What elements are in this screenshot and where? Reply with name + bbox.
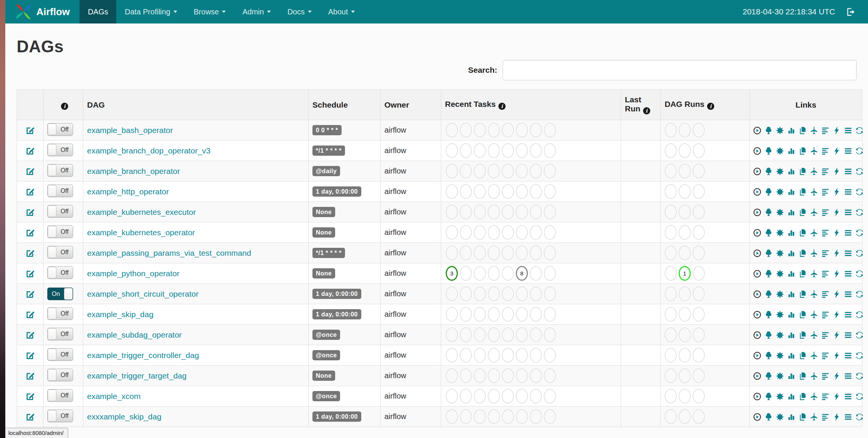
nav-item-admin[interactable]: Admin (234, 0, 279, 23)
task-state-circle[interactable] (544, 266, 556, 281)
dag-link[interactable]: example_kubernetes_operator (87, 228, 195, 237)
task-state-circle[interactable] (544, 123, 556, 138)
logs-icon[interactable] (844, 290, 852, 299)
dag-run-state-circle[interactable] (679, 123, 691, 138)
logs-icon[interactable] (844, 126, 852, 135)
gantt-icon[interactable] (821, 392, 830, 401)
dag-pause-toggle[interactable]: Off (47, 389, 73, 402)
task-tries-icon[interactable] (798, 290, 807, 299)
code-view-icon[interactable] (832, 331, 841, 339)
task-duration-icon[interactable] (787, 188, 796, 196)
landing-times-icon[interactable] (810, 290, 818, 299)
refresh-icon[interactable] (855, 351, 864, 360)
dag-run-state-circle[interactable] (679, 184, 691, 199)
task-state-circle[interactable] (460, 225, 472, 240)
graph-view-icon[interactable] (776, 290, 784, 299)
task-state-circle[interactable] (544, 389, 556, 404)
logs-icon[interactable] (844, 269, 852, 278)
task-tries-icon[interactable] (798, 392, 807, 401)
edit-dag-icon[interactable] (25, 248, 35, 258)
task-state-circle[interactable] (544, 286, 556, 301)
landing-times-icon[interactable] (810, 249, 818, 258)
trigger-dag-icon[interactable] (753, 269, 762, 278)
trigger-dag-icon[interactable] (753, 392, 762, 401)
task-state-circle[interactable] (530, 368, 542, 383)
task-state-circle[interactable] (502, 205, 514, 219)
landing-times-icon[interactable] (810, 413, 818, 421)
gantt-icon[interactable] (821, 167, 830, 176)
refresh-icon[interactable] (855, 126, 864, 135)
trigger-dag-icon[interactable] (753, 188, 762, 196)
task-tries-icon[interactable] (798, 372, 807, 380)
task-duration-icon[interactable] (787, 208, 796, 217)
task-duration-icon[interactable] (787, 167, 796, 176)
refresh-icon[interactable] (855, 167, 864, 176)
logs-icon[interactable] (844, 392, 852, 401)
task-state-circle[interactable] (516, 246, 528, 260)
task-state-circle[interactable] (488, 184, 500, 199)
landing-times-icon[interactable] (810, 310, 818, 319)
task-state-circle[interactable] (516, 164, 528, 178)
task-state-circle[interactable] (502, 143, 514, 158)
dag-pause-toggle[interactable]: Off (47, 164, 73, 177)
landing-times-icon[interactable] (810, 167, 818, 176)
dag-run-state-circle[interactable] (679, 246, 691, 260)
dag-run-state-circle[interactable] (679, 225, 691, 240)
task-tries-icon[interactable] (798, 208, 807, 217)
task-state-circle[interactable] (460, 266, 472, 281)
task-state-circle[interactable] (516, 143, 528, 158)
dag-run-state-circle[interactable] (665, 409, 677, 424)
dag-run-state-circle[interactable] (665, 327, 677, 342)
gantt-icon[interactable] (821, 413, 830, 421)
landing-times-icon[interactable] (810, 208, 818, 217)
refresh-icon[interactable] (855, 188, 864, 196)
code-view-icon[interactable] (832, 167, 841, 176)
dag-link[interactable]: example_bash_operator (87, 126, 173, 135)
graph-view-icon[interactable] (776, 126, 784, 135)
task-state-circle[interactable] (446, 409, 458, 424)
schedule-badge[interactable]: None (312, 268, 335, 278)
task-state-circle[interactable] (530, 123, 542, 138)
tree-view-icon[interactable] (764, 269, 773, 278)
dag-run-state-circle[interactable] (665, 184, 677, 199)
task-state-circle[interactable] (446, 307, 458, 322)
edit-dag-icon[interactable] (25, 125, 35, 135)
dag-pause-toggle[interactable]: Off (47, 348, 73, 361)
landing-times-icon[interactable] (810, 392, 818, 401)
logs-icon[interactable] (844, 372, 852, 380)
task-state-circle[interactable] (530, 164, 542, 178)
dag-run-state-circle[interactable] (679, 389, 691, 404)
refresh-icon[interactable] (855, 249, 864, 258)
schedule-badge[interactable]: @once (312, 391, 340, 401)
task-state-circle[interactable] (474, 409, 486, 424)
dag-run-state-circle[interactable]: 1 (679, 266, 691, 281)
edit-dag-icon[interactable] (25, 412, 35, 422)
task-tries-icon[interactable] (798, 147, 807, 155)
task-state-circle[interactable] (516, 286, 528, 301)
nav-item-docs[interactable]: Docs (279, 0, 320, 23)
schedule-badge[interactable]: 1 day, 0:00:00 (312, 289, 361, 299)
task-duration-icon[interactable] (787, 392, 796, 401)
dag-link[interactable]: example_trigger_controller_dag (87, 351, 199, 360)
task-duration-icon[interactable] (787, 372, 796, 380)
task-state-circle[interactable] (446, 205, 458, 219)
dag-run-state-circle[interactable] (693, 225, 705, 240)
dag-run-state-circle[interactable] (679, 143, 691, 158)
task-state-circle[interactable] (460, 327, 472, 342)
task-state-circle[interactable] (502, 266, 514, 281)
task-state-circle[interactable] (516, 123, 528, 138)
task-state-circle[interactable] (530, 266, 542, 281)
task-state-circle[interactable] (446, 143, 458, 158)
landing-times-icon[interactable] (810, 351, 818, 360)
dag-run-state-circle[interactable] (665, 389, 677, 404)
refresh-icon[interactable] (855, 372, 864, 380)
code-view-icon[interactable] (832, 249, 841, 258)
task-state-circle[interactable] (460, 368, 472, 383)
task-state-circle[interactable] (474, 327, 486, 342)
code-view-icon[interactable] (832, 228, 841, 237)
task-state-circle[interactable] (460, 143, 472, 158)
logs-icon[interactable] (844, 147, 852, 155)
tree-view-icon[interactable] (764, 147, 773, 155)
task-state-circle[interactable] (446, 368, 458, 383)
dag-run-state-circle[interactable] (693, 143, 705, 158)
